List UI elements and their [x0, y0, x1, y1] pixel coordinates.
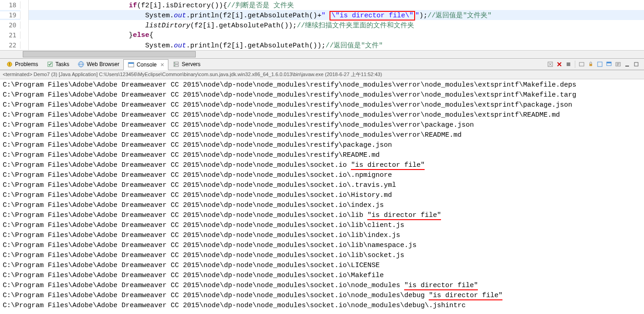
scrollbar-thumb[interactable]: [23, 51, 196, 57]
console-line: C:\Program Files\Adobe\Adobe Dreamweaver…: [3, 271, 641, 281]
fold-gutter[interactable]: [20, 0, 29, 10]
remove-all-icon[interactable]: [555, 60, 563, 68]
line-number: 18: [0, 1, 20, 9]
code-line[interactable]: listDirtory(f2[i].getAbsolutePath());//继…: [29, 21, 644, 30]
scroll-lock-icon[interactable]: [587, 60, 595, 68]
close-icon[interactable]: ✕: [160, 62, 164, 68]
console-icon: [127, 61, 135, 68]
console-line: C:\Program Files\Adobe\Adobe Dreamweaver…: [3, 211, 641, 221]
console-line: C:\Program Files\Adobe\Adobe Dreamweaver…: [3, 190, 641, 201]
code-line[interactable]: System.out.println(f2[i].getAbsolutePath…: [29, 41, 644, 50]
line-number: 19: [0, 11, 20, 19]
console-line: C:\Program Files\Adobe\Adobe Dreamweaver…: [3, 120, 641, 130]
console-line: C:\Program Files\Adobe\Adobe Dreamweaver…: [3, 251, 641, 261]
svg-text:!: !: [9, 62, 10, 67]
console-line: C:\Program Files\Adobe\Adobe Dreamweaver…: [3, 160, 641, 170]
tab-label: Web Browser: [86, 61, 119, 67]
line-number: 20: [0, 21, 20, 29]
servers-icon: [172, 61, 180, 68]
views-tab-bar: !ProblemsTasksWeb BrowserConsole✕Servers: [0, 58, 644, 70]
browser-icon: [77, 61, 85, 68]
svg-rect-7: [128, 62, 134, 64]
console-line: C:\Program Files\Adobe\Adobe Dreamweaver…: [3, 170, 641, 180]
console-line: C:\Program Files\Adobe\Adobe Dreamweaver…: [3, 80, 641, 90]
svg-rect-19: [589, 64, 592, 66]
minimize-icon[interactable]: [623, 60, 631, 68]
fold-gutter[interactable]: [20, 30, 29, 40]
open-console-icon[interactable]: [614, 60, 622, 68]
console-line: C:\Program Files\Adobe\Adobe Dreamweaver…: [3, 180, 641, 190]
console-line: C:\Program Files\Adobe\Adobe Dreamweaver…: [3, 231, 641, 241]
tab-label: Tasks: [56, 61, 70, 67]
line-number: 21: [0, 31, 20, 39]
director-file-marker: "is director file": [429, 292, 502, 300]
svg-rect-25: [634, 62, 638, 66]
fold-gutter[interactable]: [20, 20, 29, 30]
console-line: C:\Program Files\Adobe\Adobe Dreamweaver…: [3, 201, 641, 211]
console-line: C:\Program Files\Adobe\Adobe Dreamweaver…: [3, 140, 641, 150]
console-line: C:\Program Files\Adobe\Adobe Dreamweaver…: [3, 301, 641, 311]
code-editor[interactable]: 18 if(f2[i].isDirectory()){//判断是否是 文件夹19…: [0, 0, 644, 58]
tab-label: Problems: [15, 61, 38, 67]
svg-rect-17: [567, 62, 570, 66]
tab-label: Servers: [182, 61, 200, 67]
director-file-marker: "is director file": [367, 211, 441, 220]
console-line: C:\Program Files\Adobe\Adobe Dreamweaver…: [3, 241, 641, 251]
terminate-icon[interactable]: [564, 60, 573, 68]
clear-console-icon[interactable]: [578, 60, 586, 68]
remove-launch-icon[interactable]: [546, 60, 554, 68]
console-line: C:\Program Files\Adobe\Adobe Dreamweaver…: [3, 261, 641, 271]
console-line: C:\Program Files\Adobe\Adobe Dreamweaver…: [3, 291, 641, 301]
line-number: 22: [0, 41, 20, 49]
console-line: C:\Program Files\Adobe\Adobe Dreamweaver…: [3, 130, 641, 140]
console-line: C:\Program Files\Adobe\Adobe Dreamweaver…: [3, 100, 641, 110]
display-console-icon[interactable]: [605, 60, 613, 68]
tab-problems[interactable]: !Problems: [2, 59, 42, 70]
director-file-marker: "is director file": [404, 282, 478, 290]
svg-rect-18: [579, 62, 584, 66]
tab-servers[interactable]: Servers: [168, 59, 204, 70]
terminated-status: <terminated> Demo7 (3) [Java Application…: [0, 70, 644, 79]
tab-web-browser[interactable]: Web Browser: [73, 59, 123, 70]
tasks-icon: [46, 61, 54, 68]
director-file-marker: "is director file": [351, 161, 425, 170]
console-toolbar: [546, 60, 642, 68]
tab-console[interactable]: Console✕: [123, 59, 168, 70]
console-line: C:\Program Files\Adobe\Adobe Dreamweaver…: [3, 221, 641, 231]
console-line: C:\Program Files\Adobe\Adobe Dreamweaver…: [3, 90, 641, 100]
console-line: C:\Program Files\Adobe\Adobe Dreamweaver…: [3, 281, 641, 291]
code-line[interactable]: if(f2[i].isDirectory()){//判断是否是 文件夹: [29, 1, 644, 10]
pin-console-icon[interactable]: [596, 60, 604, 68]
fold-gutter[interactable]: [20, 10, 29, 20]
svg-point-10: [174, 62, 175, 63]
console-line: C:\Program Files\Adobe\Adobe Dreamweaver…: [3, 110, 641, 120]
tab-label: Console: [137, 62, 157, 68]
svg-rect-22: [607, 62, 611, 63]
code-line[interactable]: }else{: [29, 31, 644, 39]
tab-tasks[interactable]: Tasks: [42, 59, 74, 70]
horizontal-scrollbar[interactable]: [0, 50, 644, 57]
code-line[interactable]: System.out.println(f2[i].getAbsolutePath…: [29, 11, 644, 20]
svg-rect-20: [598, 62, 602, 67]
svg-point-11: [174, 65, 175, 66]
console-line: C:\Program Files\Adobe\Adobe Dreamweaver…: [3, 150, 641, 160]
fold-gutter[interactable]: [20, 40, 29, 50]
problems-icon: !: [6, 61, 13, 68]
console-output[interactable]: C:\Program Files\Adobe\Adobe Dreamweaver…: [0, 79, 644, 314]
maximize-icon[interactable]: [632, 60, 640, 68]
